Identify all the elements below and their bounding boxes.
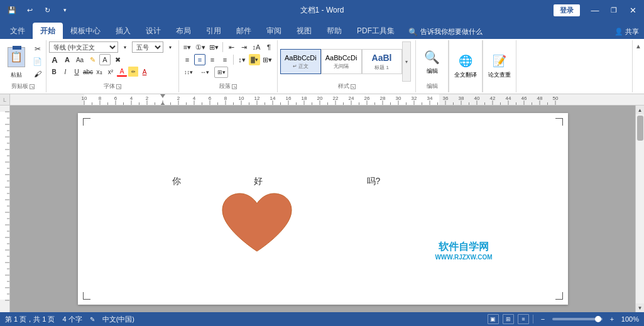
- word-count[interactable]: 4 个字: [62, 315, 82, 324]
- word-count-text: 4 个字: [62, 315, 82, 324]
- doc-text-ma[interactable]: 吗?: [367, 176, 381, 187]
- scroll-down-button[interactable]: ▼: [636, 303, 645, 312]
- text-highlight-color-button[interactable]: ✏: [128, 67, 138, 77]
- subscript-button[interactable]: x₂: [94, 67, 104, 77]
- zoom-in-button[interactable]: +: [606, 313, 618, 325]
- tab-layout[interactable]: 布局: [168, 23, 199, 39]
- zoom-level[interactable]: 100%: [621, 315, 639, 323]
- close-button[interactable]: ✕: [624, 1, 641, 19]
- font-name-dropdown-icon[interactable]: ▾: [119, 41, 131, 53]
- ruler-vertical: [0, 106, 10, 312]
- show-marks-button[interactable]: ¶: [263, 41, 275, 53]
- numbering-button[interactable]: ①▾: [194, 41, 207, 53]
- borders-button[interactable]: ⊞▾: [261, 54, 273, 65]
- tab-help[interactable]: 帮助: [319, 23, 349, 39]
- font-name-row: 等线 (中文正文 ▾ 五号 ▾: [49, 41, 176, 53]
- paste-button[interactable]: 📋 粘贴: [3, 44, 30, 79]
- doc-text-hao[interactable]: 好: [254, 176, 263, 187]
- increase-indent-button[interactable]: ⇥: [238, 41, 249, 53]
- underline-button[interactable]: U: [72, 67, 82, 77]
- style-expand-icon[interactable]: ↘: [351, 84, 356, 89]
- heart-shape[interactable]: [216, 188, 298, 266]
- clear-format-button[interactable]: ✖: [112, 54, 123, 65]
- minimize-button[interactable]: —: [586, 1, 604, 19]
- scroll-up-button[interactable]: ▲: [636, 106, 645, 114]
- search-assist-icon[interactable]: 🔍: [408, 28, 418, 36]
- search-assist-label[interactable]: 告诉我你想要做什么: [420, 27, 483, 36]
- save-icon[interactable]: 💾: [5, 3, 19, 17]
- zoom-out-button[interactable]: −: [537, 313, 548, 325]
- align-center-button[interactable]: ≡: [194, 54, 205, 65]
- style-normal-thumb[interactable]: AaBbCcDi ↵ 正文: [280, 49, 321, 74]
- table-style-button[interactable]: ⊞▾: [214, 67, 228, 78]
- restore-button[interactable]: ❐: [605, 1, 623, 19]
- zoom-slider[interactable]: [552, 318, 603, 320]
- tab-view[interactable]: 视图: [289, 23, 319, 39]
- login-button[interactable]: 登录: [554, 4, 580, 16]
- grow-font-button[interactable]: A: [49, 54, 60, 65]
- tab-pdf[interactable]: PDF工具集: [349, 23, 402, 39]
- font-size-select[interactable]: 五号: [132, 41, 163, 53]
- track-changes-icon[interactable]: ✎: [90, 316, 95, 323]
- align-right-button[interactable]: ≡: [207, 54, 218, 65]
- paragraph-group: ≡▾ ①▾ ⊞▾ ⇤ ⇥ ↕A ¶ ≡ ≡ ≡ ≡ ↕▾ ▓▾ ⊞▾ ↕↕▾: [179, 40, 278, 92]
- share-button[interactable]: 👤 共享: [614, 27, 639, 36]
- scroll-thumb[interactable]: [637, 116, 643, 141]
- font-color-2-button[interactable]: A: [139, 67, 150, 77]
- ribbon-collapse-button[interactable]: ▲: [635, 43, 641, 50]
- tab-file[interactable]: 文件: [3, 23, 33, 39]
- doc-text-ni[interactable]: 你: [172, 176, 181, 187]
- web-view-button[interactable]: ⊞: [503, 314, 514, 324]
- language[interactable]: 中文(中国): [102, 315, 134, 324]
- redo-icon[interactable]: ↻: [40, 3, 54, 17]
- para-expand-icon[interactable]: ↘: [232, 84, 237, 89]
- titlebar: 💾 ↩ ↻ ▾ 文档1 - Word 登录 — ❐ ✕: [0, 0, 644, 20]
- read-view-button[interactable]: ≡: [518, 314, 529, 324]
- style-gallery-expand-button[interactable]: ▾: [402, 41, 411, 82]
- justify-button[interactable]: ≡: [219, 54, 231, 65]
- font-color-button[interactable]: A: [117, 67, 127, 77]
- line-spacing-button[interactable]: ↕▾: [236, 54, 248, 65]
- highlight-button[interactable]: ✎: [87, 54, 98, 65]
- tab-mailings[interactable]: 邮件: [229, 23, 259, 39]
- italic-button[interactable]: I: [60, 67, 70, 77]
- style-nospace-thumb[interactable]: AaBbCcDi 无间隔: [321, 49, 362, 74]
- change-case-button[interactable]: Aa: [74, 54, 85, 65]
- page-info[interactable]: 第 1 页，共 1 页: [5, 315, 55, 324]
- paper-check-button[interactable]: 📝 论文查重: [486, 50, 513, 82]
- font-size-dropdown-icon[interactable]: ▾: [165, 41, 176, 53]
- sort-button[interactable]: ↕A: [251, 41, 262, 53]
- zoom-thumb: [595, 316, 601, 322]
- tab-insert[interactable]: 插入: [108, 23, 138, 39]
- strikethrough-button[interactable]: abc: [83, 67, 93, 77]
- multilevel-list-button[interactable]: ⊞▾: [208, 41, 220, 53]
- copy-button[interactable]: 📄: [31, 56, 43, 67]
- bullets-button[interactable]: ≡▾: [182, 41, 193, 53]
- align-left-button[interactable]: ≡: [182, 54, 193, 65]
- print-view-button[interactable]: ▣: [488, 314, 499, 324]
- clipboard-expand-icon[interactable]: ↘: [30, 84, 35, 89]
- paper-check-group: 📝 论文查重: [483, 40, 516, 92]
- char-border-button[interactable]: A: [99, 54, 111, 65]
- format-painter-button[interactable]: 🖌: [31, 68, 43, 80]
- font-expand-icon[interactable]: ↘: [116, 84, 121, 89]
- tab-review[interactable]: 审阅: [259, 23, 289, 39]
- find-button[interactable]: 🔍 编辑: [421, 46, 444, 78]
- tab-template[interactable]: 模板中心: [63, 23, 108, 39]
- customize-quick-access-icon[interactable]: ▾: [58, 3, 72, 17]
- tab-home[interactable]: 开始: [33, 23, 63, 39]
- translate-button[interactable]: 🌐 全文翻译: [452, 50, 479, 82]
- tab-design[interactable]: 设计: [138, 23, 168, 39]
- font-name-select[interactable]: 等线 (中文正文: [49, 41, 118, 53]
- bold-button[interactable]: B: [49, 67, 59, 77]
- tab-references[interactable]: 引用: [199, 23, 229, 39]
- shading-button[interactable]: ▓▾: [249, 54, 260, 65]
- undo-icon[interactable]: ↩: [23, 3, 36, 17]
- superscript-button[interactable]: x²: [106, 67, 116, 77]
- decrease-indent-button[interactable]: ⇤: [226, 41, 237, 53]
- shrink-font-button[interactable]: A: [62, 54, 73, 65]
- style-heading1-thumb[interactable]: AaBl 标题 1: [362, 49, 402, 74]
- cut-button[interactable]: ✂: [31, 43, 43, 55]
- para-spacing-button[interactable]: ↕↕▾: [182, 67, 195, 78]
- para-indent-button[interactable]: ↔▾: [198, 67, 212, 78]
